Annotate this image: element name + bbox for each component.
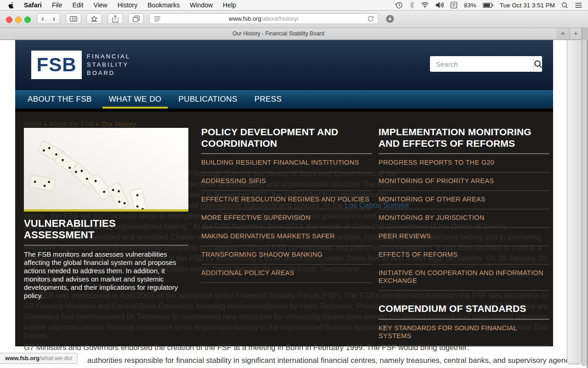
- menubar-menu-item[interactable]: History: [113, 0, 143, 10]
- megamenu-link[interactable]: MONITORING OF PRIORITY AREAS: [379, 172, 549, 191]
- nav-item[interactable]: PRESS: [248, 90, 288, 109]
- menubar-menu-item[interactable]: Window: [185, 0, 218, 10]
- megamenu-link[interactable]: ADDRESSING SIFIS: [201, 172, 372, 191]
- reload-icon[interactable]: [368, 16, 374, 22]
- implementation-heading[interactable]: IMPLEMENTATION MONITORING AND EFFECTS OF…: [379, 126, 549, 154]
- top-sites-button[interactable]: [86, 13, 102, 24]
- nav-divider: [15, 109, 553, 112]
- vulnerabilities-description: The FSB monitors and assesses vulnerabil…: [24, 250, 188, 300]
- macos-menubar: SafariFileEditViewHistoryBookmarksWindow…: [0, 0, 588, 11]
- bluetooth-icon[interactable]: [409, 1, 414, 9]
- site-header: FSB FINANCIALSTABILITYBOARD: [15, 40, 553, 90]
- fsb-logo[interactable]: FSB: [31, 51, 82, 79]
- megamenu-link[interactable]: PEER REVIEWS: [379, 228, 549, 246]
- url-path: /about/history/: [261, 15, 299, 22]
- apple-menu-icon[interactable]: [0, 2, 19, 9]
- compendium-links: KEY STANDARDS FOR SOUND FINANCIAL SYSTEM…: [379, 320, 549, 346]
- battery-icon: [483, 3, 493, 8]
- megamenu-link[interactable]: MONITORING OF OTHER AREAS: [379, 191, 549, 209]
- megamenu-link[interactable]: PROGRESS REPORTS TO THE G20: [379, 154, 549, 172]
- policy-links: BUILDING RESILIENT FINANCIAL INSTITUTION…: [201, 154, 372, 283]
- tab-title: Our History - Financial Stability Board: [232, 30, 324, 37]
- active-tab[interactable]: Our History - Financial Stability Board: [0, 28, 557, 39]
- status-bar-link-preview: www.fsb.org/what-we-do/: [0, 353, 78, 364]
- dominoes-image[interactable]: [24, 128, 188, 212]
- megamenu-link[interactable]: INITIATIVE ON COOPERATION AND INFORMATIO…: [379, 264, 549, 291]
- background-window-edge[interactable]: [582, 40, 587, 366]
- wifi-icon[interactable]: [421, 2, 429, 8]
- megamenu-link[interactable]: EFFECTIVE RESOLUTION REGIMES AND POLICIE…: [201, 191, 372, 209]
- page-text-g7-line: G7 Ministers and Governors endorsed the …: [24, 343, 469, 352]
- megamenu-column-policy: POLICY DEVELOPMENT AND COORDINATION BUIL…: [201, 126, 372, 283]
- megamenu-link[interactable]: EFFECTS OF REFORMS: [379, 246, 549, 264]
- site-nav: ABOUT THE FSBWHAT WE DOPUBLICATIONSPRESS: [15, 90, 553, 109]
- sidebar-button[interactable]: [66, 13, 81, 24]
- share-button[interactable]: [107, 13, 123, 24]
- safari-toolbar: ‹ › www.fsb.org/about/history/: [0, 10, 588, 28]
- site-search: [430, 56, 542, 72]
- compendium-heading[interactable]: COMPENDIUM OF STANDARDS: [379, 303, 549, 320]
- search-button[interactable]: [533, 56, 542, 72]
- browser-viewport: FSB FINANCIALSTABILITYBOARD ABOUT THE FS…: [0, 40, 567, 368]
- reader-view-icon[interactable]: [154, 16, 161, 22]
- address-bar[interactable]: www.fsb.org/about/history/: [149, 13, 378, 24]
- menubar-menu-item[interactable]: View: [89, 0, 113, 10]
- minimize-window-button[interactable]: [15, 17, 22, 23]
- nav-item[interactable]: ABOUT THE FSB: [21, 90, 98, 109]
- downloads-button[interactable]: [384, 13, 396, 24]
- menubar-clock[interactable]: Tue Oct 31 3:51 PM: [500, 2, 555, 9]
- megamenu-link[interactable]: KEY STANDARDS FOR SOUND FINANCIAL SYSTEM…: [379, 320, 549, 346]
- implementation-links: PROGRESS REPORTS TO THE G20MONITORING OF…: [379, 154, 549, 291]
- forward-button[interactable]: ›: [48, 13, 60, 24]
- menubar-menu-item[interactable]: File: [47, 0, 68, 10]
- input-source-icon[interactable]: [450, 1, 458, 9]
- megamenu-link[interactable]: BUILDING RESILIENT FINANCIAL INSTITUTION…: [201, 154, 372, 172]
- megamenu-link[interactable]: ADDITIONAL POLICY AREAS: [201, 264, 372, 283]
- logo-caption: FINANCIALSTABILITYBOARD: [87, 52, 130, 77]
- page-text-bottom-line: authorities responsible for financial st…: [87, 356, 567, 365]
- tab-bar: Our History - Financial Stability Board …: [0, 28, 582, 40]
- nav-item[interactable]: WHAT WE DO: [102, 90, 168, 109]
- volume-icon[interactable]: [435, 2, 444, 8]
- menubar-menu-item[interactable]: Help: [218, 0, 241, 10]
- menubar-menu-item[interactable]: Bookmarks: [142, 0, 185, 10]
- megamenu-link[interactable]: MONITORING BY JURISDICTION: [379, 209, 549, 228]
- notification-center-icon[interactable]: [575, 2, 582, 8]
- url-host: www.fsb.org: [229, 15, 261, 22]
- vulnerabilities-heading[interactable]: VULNERABILITIES ASSESSMENT: [24, 218, 188, 246]
- new-tab-button[interactable]: +: [557, 28, 570, 39]
- close-window-button[interactable]: [6, 17, 12, 23]
- screen: SafariFileEditViewHistoryBookmarksWindow…: [0, 0, 588, 368]
- new-tab-button-secondary[interactable]: +: [570, 28, 582, 39]
- background-window-edge[interactable]: [567, 40, 582, 364]
- back-button[interactable]: ‹: [37, 13, 49, 24]
- megamenu-link[interactable]: MAKING DERIVATIVES MARKETS SAFER: [201, 228, 372, 246]
- megamenu-column-implementation: IMPLEMENTATION MONITORING AND EFFECTS OF…: [379, 126, 549, 346]
- megamenu-overlay: Home ▸ About the FSB ▸ Our History sor t…: [15, 112, 553, 346]
- battery-percent: 83%: [464, 2, 476, 9]
- zoom-window-button[interactable]: [24, 17, 31, 23]
- menubar-menu-item[interactable]: Edit: [67, 0, 88, 10]
- nav-item[interactable]: PUBLICATIONS: [172, 90, 243, 109]
- breadcrumb: Home ▸ About the FSB ▸ Our History: [24, 120, 136, 128]
- duplicate-tab-button[interactable]: [128, 13, 144, 24]
- menubar-menus: SafariFileEditViewHistoryBookmarksWindow…: [19, 0, 241, 10]
- megamenu-link[interactable]: TRANSFORMING SHADOW BANKING: [201, 246, 372, 264]
- spotlight-icon[interactable]: [561, 2, 568, 9]
- megamenu-link[interactable]: MORE EFFECTIVE SUPERVISION: [201, 209, 372, 228]
- policy-heading[interactable]: POLICY DEVELOPMENT AND COORDINATION: [201, 126, 372, 154]
- search-input[interactable]: [430, 56, 533, 72]
- tab-bar-corner: [582, 28, 588, 40]
- time-machine-icon[interactable]: [395, 1, 403, 9]
- megamenu-column-vulnerabilities: VULNERABILITIES ASSESSMENT The FSB monit…: [24, 128, 188, 300]
- menubar-menu-item[interactable]: Safari: [19, 0, 47, 10]
